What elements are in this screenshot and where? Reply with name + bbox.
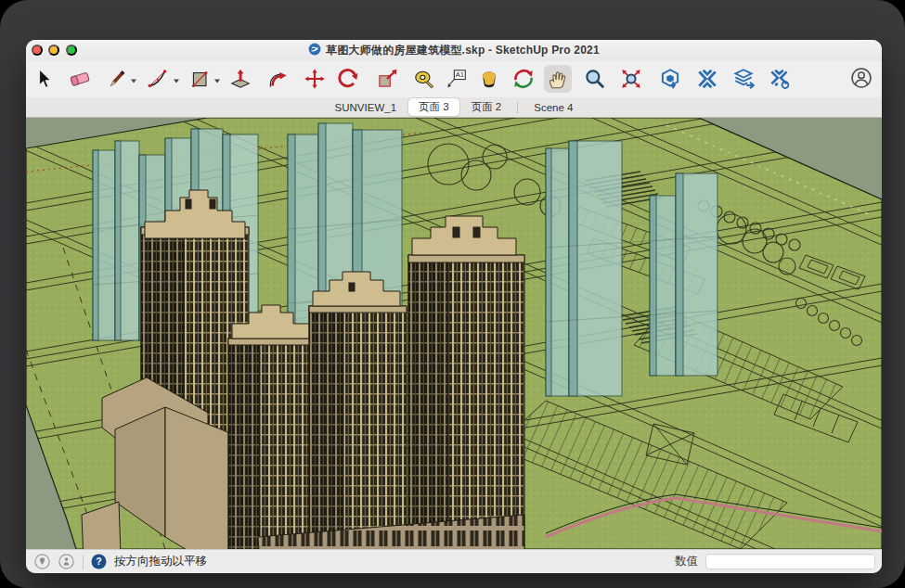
account-button[interactable] (847, 65, 875, 93)
dimension-text-tool-button[interactable]: A1 (442, 65, 470, 93)
scene-tab-page3[interactable]: 页面 3 (408, 98, 459, 116)
scale-tool-button[interactable] (373, 65, 401, 93)
status-bar: ? 按方向拖动以平移 数值 (26, 549, 882, 573)
minimize-button[interactable] (48, 45, 59, 56)
scene-tab-bar: SUNVIEW_1 页面 3 页面 2 Scene 4 (26, 97, 882, 118)
push-pull-tool-button[interactable] (226, 65, 254, 93)
follow-me-tool-button[interactable] (264, 65, 291, 93)
sketchup-window: 草图大师做的房屋建筑模型.skp - SketchUp Pro 2021 (26, 40, 882, 573)
select-tool-button[interactable] (30, 65, 58, 93)
model-canvas (26, 118, 882, 549)
extension-warehouse-button[interactable] (693, 65, 721, 93)
paint-bucket-tool-button[interactable] (475, 65, 503, 93)
orbit-tool-button[interactable] (510, 65, 537, 93)
arc-tool-caret[interactable] (173, 77, 180, 84)
svg-text:?: ? (96, 556, 101, 567)
tower-4 (408, 216, 524, 549)
3d-warehouse-button[interactable] (656, 65, 684, 93)
toolbar: A1 (26, 61, 882, 97)
shapes-tool-caret[interactable] (213, 77, 221, 84)
status-separator (83, 555, 84, 569)
title-bar: 草图大师做的房屋建筑模型.skp - SketchUp Pro 2021 (26, 40, 882, 61)
close-button[interactable] (32, 45, 43, 56)
sketchup-file-icon (308, 43, 321, 59)
arc-tool-button[interactable] (144, 65, 172, 93)
zoom-extents-tool-button[interactable] (617, 65, 645, 93)
extension-manager-button[interactable] (766, 65, 794, 93)
tab-separator (517, 102, 518, 113)
scene-tab-page2[interactable]: 页面 2 (461, 98, 512, 116)
eraser-tool-button[interactable] (66, 65, 94, 93)
window-title: 草图大师做的房屋建筑模型.skp - SketchUp Pro 2021 (326, 43, 600, 58)
geolocation-icon[interactable] (34, 554, 50, 569)
status-hint: 按方向拖动以平移 (114, 554, 207, 569)
pan-tool-button[interactable] (544, 65, 572, 93)
line-tool-button[interactable] (103, 65, 131, 93)
tower-2 (228, 305, 314, 549)
help-icon[interactable]: ? (91, 554, 107, 569)
move-tool-button[interactable] (301, 65, 329, 93)
model-viewport[interactable] (26, 118, 882, 549)
fullscreen-button[interactable] (66, 45, 77, 56)
tower-3 (309, 272, 407, 549)
line-tool-caret[interactable] (130, 77, 137, 84)
shapes-tool-button[interactable] (187, 65, 214, 93)
scene-tab-sunview1[interactable]: SUNVIEW_1 (325, 100, 407, 115)
zoom-tool-button[interactable] (581, 65, 609, 93)
measurement-label: 数值 (675, 554, 698, 569)
tape-measure-tool-button[interactable] (410, 65, 438, 93)
credits-icon[interactable] (58, 554, 74, 569)
share-model-button[interactable] (730, 65, 757, 93)
svg-text:A1: A1 (456, 70, 464, 79)
rotate-tool-button[interactable] (334, 65, 362, 93)
scene-tab-scene4[interactable]: Scene 4 (524, 100, 583, 115)
measurement-input[interactable] (705, 554, 875, 569)
